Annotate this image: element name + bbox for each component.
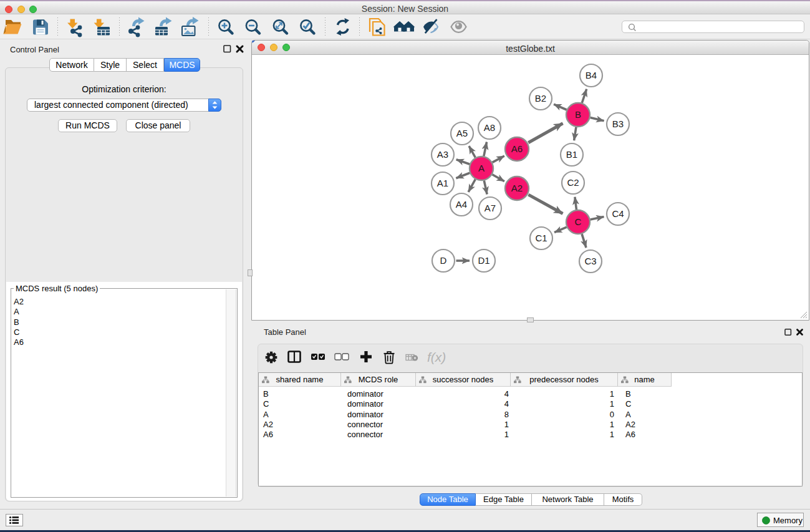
svg-text:A2: A2 (511, 183, 523, 193)
svg-text:D: D (440, 255, 447, 266)
svg-text:C1: C1 (535, 233, 547, 243)
svg-text:A5: A5 (456, 128, 468, 138)
svg-text:A3: A3 (437, 149, 448, 160)
svg-text:A7: A7 (485, 203, 496, 213)
svg-text:C: C (575, 216, 582, 227)
svg-text:A4: A4 (456, 199, 467, 210)
svg-text:A: A (478, 163, 485, 173)
svg-text:B4: B4 (586, 70, 597, 80)
svg-text:C2: C2 (567, 177, 579, 188)
svg-text:B1: B1 (566, 149, 577, 160)
svg-text:A1: A1 (437, 178, 448, 188)
svg-text:B2: B2 (535, 93, 546, 104)
svg-text:C3: C3 (584, 256, 596, 266)
svg-text:f(x): f(x) (427, 350, 446, 364)
svg-text:B: B (575, 109, 581, 120)
svg-text:D1: D1 (478, 255, 489, 266)
svg-text:A6: A6 (511, 143, 523, 154)
svg-text:A8: A8 (484, 122, 495, 133)
svg-text:C4: C4 (612, 208, 624, 219)
svg-text:B3: B3 (612, 118, 624, 129)
